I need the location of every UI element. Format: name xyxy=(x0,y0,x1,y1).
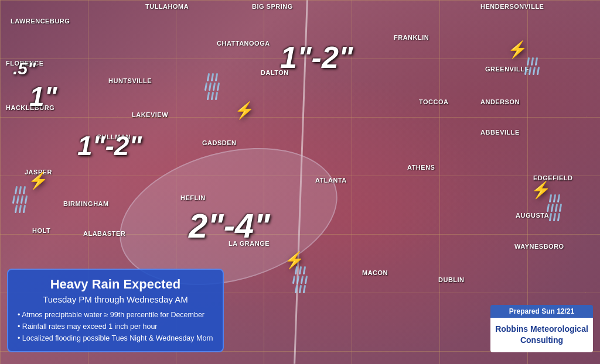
rain-amount-1-2-left: 1"-2" xyxy=(77,130,142,162)
info-box-subtitle: Tuesday PM through Wednesday AM xyxy=(18,294,213,304)
rain-group-right xyxy=(547,194,561,221)
rain-amount-05: .5" xyxy=(13,59,36,78)
city-franklin: FRANKLIN xyxy=(394,34,429,41)
city-athens: ATHENS xyxy=(407,164,435,171)
city-dublin: DUBLIN xyxy=(438,276,465,283)
city-huntsville: HUNTSVILLE xyxy=(108,77,152,84)
city-macon: MACON xyxy=(362,269,388,276)
company-name: Robbins Meteorological Consulting xyxy=(490,318,593,352)
city-alabaster: ALABASTER xyxy=(83,230,125,237)
rain-group-bottom xyxy=(293,266,307,293)
city-chattanooga: CHATTANOOGA xyxy=(217,40,270,47)
city-gadsden: GADSDEN xyxy=(202,139,237,146)
city-hendersonville: HENDERSONVILLE xyxy=(480,3,544,10)
bullet-2: Rainfall rates may exceed 1 inch per hou… xyxy=(18,321,213,332)
info-box: Heavy Rain Expected Tuesday PM through W… xyxy=(7,269,224,352)
rain-amount-2-4: 2"-4" xyxy=(189,206,270,245)
city-holt: HOLT xyxy=(32,227,50,234)
city-atlanta: ATLANTA xyxy=(315,177,347,184)
bullet-3: Localized flooding possible Tues Night &… xyxy=(18,332,213,344)
rain-group-ne xyxy=(525,57,539,75)
rain-amount-1-2-top: 1"-2" xyxy=(280,40,353,75)
logo-box: Prepared Sun 12/21 Robbins Meteorologica… xyxy=(490,305,593,352)
city-tullahoma: TULLAHOMA xyxy=(145,3,189,10)
city-lakeview: LAKEVIEW xyxy=(132,111,168,118)
rain-group-top-center xyxy=(205,73,219,100)
rain-amount-1: 1" xyxy=(29,81,57,112)
bullet-1: Atmos precipitable water ≥ 99th percenti… xyxy=(18,309,213,321)
city-augusta: AUGUSTA xyxy=(516,212,549,219)
city-anderson: ANDERSON xyxy=(480,98,520,105)
map-container: LAWRENCEBURG TULLAHOMA BIG SPRING HENDER… xyxy=(0,0,600,364)
city-birmingham: BIRMINGHAM xyxy=(63,200,109,207)
city-waynesboro: WAYNESBORO xyxy=(514,243,564,250)
lightning-left: ⚡ xyxy=(28,171,49,190)
info-box-title: Heavy Rain Expected xyxy=(18,277,213,292)
info-box-bullets: Atmos precipitable water ≥ 99th percenti… xyxy=(18,309,213,344)
city-bigspring: BIG SPRING xyxy=(252,3,293,10)
lightning-center-top: ⚡ xyxy=(234,101,255,120)
city-heflin: HEFLIN xyxy=(180,194,206,201)
city-toccoa: TOCCOA xyxy=(419,98,448,105)
city-abbeville: ABBEVILLE xyxy=(480,129,520,136)
lightning-ne: ⚡ xyxy=(507,40,528,59)
city-greenville: GREENVILLE xyxy=(485,66,529,73)
city-lawrenceburg: LAWRENCEBURG xyxy=(11,18,70,25)
prepared-text: Prepared Sun 12/21 xyxy=(490,305,593,318)
rain-group-left xyxy=(13,186,27,213)
